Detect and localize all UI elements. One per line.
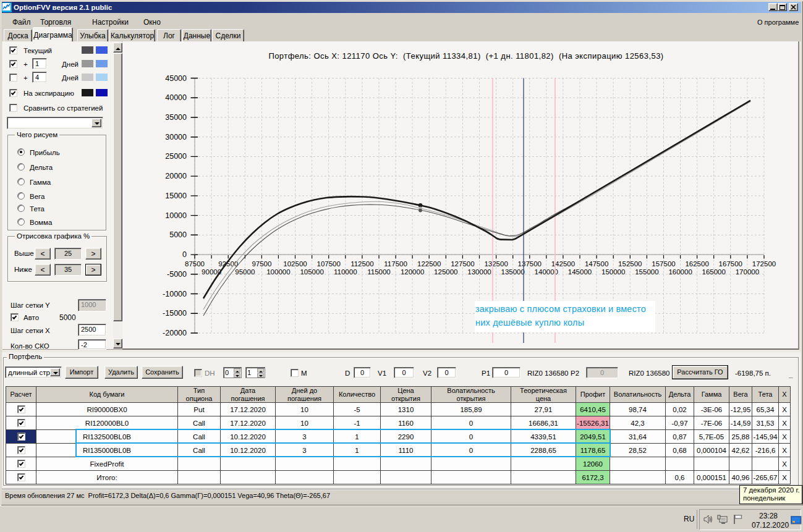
svg-text:-10000: -10000: [163, 290, 187, 298]
svg-text:20000: 20000: [165, 172, 187, 180]
svg-text:0: 0: [182, 250, 187, 259]
svg-text:130000: 130000: [467, 268, 491, 276]
svg-text:150000: 150000: [601, 268, 625, 276]
svg-text:35000: 35000: [165, 113, 187, 122]
svg-text:100000: 100000: [266, 268, 290, 276]
svg-text:-15000: -15000: [163, 309, 187, 318]
svg-text:162500: 162500: [685, 260, 708, 268]
svg-text:157500: 157500: [652, 260, 675, 268]
svg-text:105000: 105000: [300, 268, 323, 276]
svg-text:125000: 125000: [434, 268, 457, 276]
svg-text:172500: 172500: [752, 260, 776, 268]
svg-text:132500: 132500: [484, 260, 508, 268]
svg-text:15000: 15000: [165, 192, 187, 200]
svg-text:160000: 160000: [668, 268, 692, 276]
svg-text:122500: 122500: [417, 260, 441, 268]
svg-text:120000: 120000: [401, 268, 424, 276]
svg-text:167500: 167500: [719, 260, 742, 268]
svg-text:137500: 137500: [518, 260, 542, 268]
svg-text:95000: 95000: [235, 268, 255, 276]
svg-text:-5000: -5000: [167, 270, 187, 279]
svg-text:10000: 10000: [165, 211, 187, 220]
svg-text:102500: 102500: [283, 260, 307, 268]
svg-text:97500: 97500: [252, 260, 271, 268]
svg-text:87500: 87500: [185, 260, 205, 268]
svg-text:закрываю с плюсом страховки и: закрываю с плюсом страховки и вместо: [475, 304, 646, 314]
svg-text:165000: 165000: [702, 268, 726, 276]
svg-text:127500: 127500: [451, 260, 474, 268]
svg-text:170000: 170000: [736, 268, 759, 276]
svg-text:115000: 115000: [367, 268, 391, 276]
svg-text:135000: 135000: [501, 268, 525, 276]
svg-text:145000: 145000: [568, 268, 592, 276]
svg-text:40000: 40000: [165, 93, 187, 102]
svg-text:5000: 5000: [169, 230, 187, 239]
svg-text:147500: 147500: [585, 260, 608, 268]
svg-text:107500: 107500: [317, 260, 341, 268]
svg-text:112500: 112500: [351, 260, 374, 268]
svg-text:45000: 45000: [165, 74, 187, 83]
svg-text:25000: 25000: [165, 152, 187, 161]
svg-text:152500: 152500: [618, 260, 642, 268]
svg-text:-20000: -20000: [163, 329, 187, 337]
svg-text:них дешёвые куплю колы: них дешёвые куплю колы: [475, 318, 584, 327]
svg-text:155000: 155000: [635, 268, 658, 276]
svg-text:30000: 30000: [165, 133, 187, 141]
svg-text:110000: 110000: [334, 268, 357, 276]
svg-text:117500: 117500: [384, 260, 407, 268]
